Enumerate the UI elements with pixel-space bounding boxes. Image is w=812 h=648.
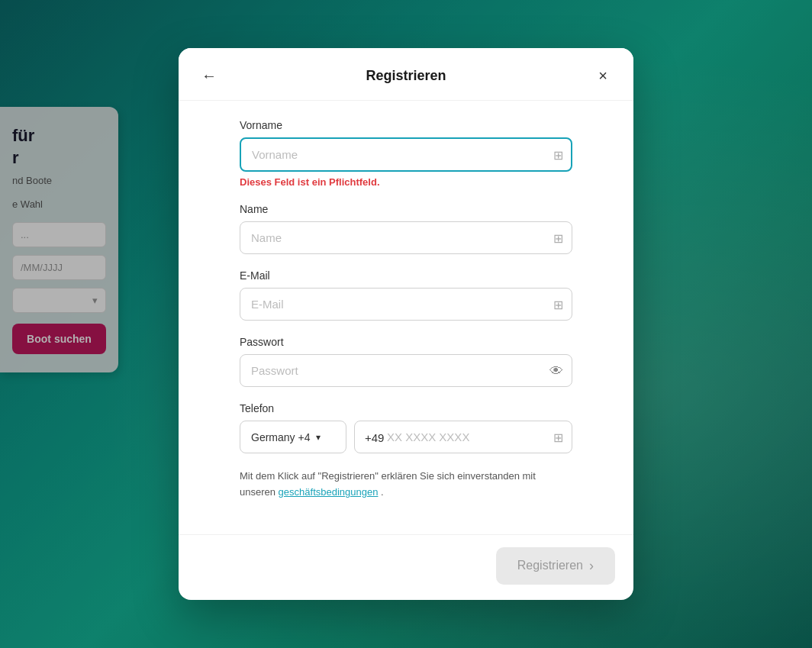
- email-label: E-Mail: [240, 269, 572, 282]
- eye-icon[interactable]: 👁: [549, 363, 563, 379]
- vorname-group: Vorname ⊞ Dieses Feld ist ein Pflichtfel…: [240, 119, 572, 188]
- terms-text: Mit dem Klick auf "Registrieren" erkläre…: [240, 469, 572, 501]
- country-chevron-icon: ▾: [316, 432, 321, 443]
- phone-number-wrapper: +49 ⊞: [354, 421, 572, 453]
- name-group: Name ⊞: [240, 203, 572, 254]
- back-button[interactable]: ←: [197, 63, 221, 88]
- email-icon: ⊞: [553, 297, 563, 311]
- name-icon: ⊞: [553, 231, 563, 245]
- terms-link[interactable]: geschäftsbedingungen: [279, 486, 379, 498]
- country-selector[interactable]: Germany +4 ▾: [240, 421, 346, 453]
- registration-modal: ← Registrieren × Vorname ⊞ Dieses Feld i…: [179, 48, 633, 600]
- vorname-label: Vorname: [240, 119, 572, 131]
- modal-header: ← Registrieren ×: [179, 48, 633, 101]
- telefon-label: Telefon: [240, 402, 572, 414]
- email-input[interactable]: [240, 288, 572, 321]
- vorname-input[interactable]: [240, 137, 572, 172]
- close-button[interactable]: ×: [591, 63, 615, 88]
- close-icon: ×: [598, 67, 607, 85]
- passwort-label: Passwort: [240, 336, 572, 348]
- name-label: Name: [240, 203, 572, 215]
- vorname-input-wrapper: ⊞: [240, 137, 572, 172]
- modal-title: Registrieren: [221, 68, 591, 84]
- name-input[interactable]: [240, 221, 572, 254]
- back-arrow-icon: ←: [201, 67, 217, 85]
- phone-row: Germany +4 ▾ +49 ⊞: [240, 421, 572, 453]
- country-label: Germany +4: [251, 431, 310, 443]
- phone-icon: ⊞: [553, 430, 563, 444]
- passwort-input-wrapper: 👁: [240, 354, 572, 387]
- passwort-group: Passwort 👁: [240, 336, 572, 387]
- email-group: E-Mail ⊞: [240, 269, 572, 321]
- passwort-input[interactable]: [240, 354, 572, 387]
- name-input-wrapper: ⊞: [240, 221, 572, 254]
- phone-number-input[interactable]: [354, 421, 572, 453]
- telefon-group: Telefon Germany +4 ▾ +49 ⊞: [240, 402, 572, 453]
- register-arrow-icon: ›: [589, 558, 594, 574]
- modal-body: Vorname ⊞ Dieses Feld ist ein Pflichtfel…: [179, 101, 633, 534]
- vorname-icon: ⊞: [553, 147, 563, 162]
- modal-footer: Registrieren ›: [179, 534, 633, 600]
- email-input-wrapper: ⊞: [240, 288, 572, 321]
- vorname-error: Dieses Feld ist ein Pflichtfeld.: [240, 176, 572, 188]
- register-button[interactable]: Registrieren ›: [496, 547, 615, 585]
- modal-overlay: ← Registrieren × Vorname ⊞ Dieses Feld i…: [0, 0, 812, 648]
